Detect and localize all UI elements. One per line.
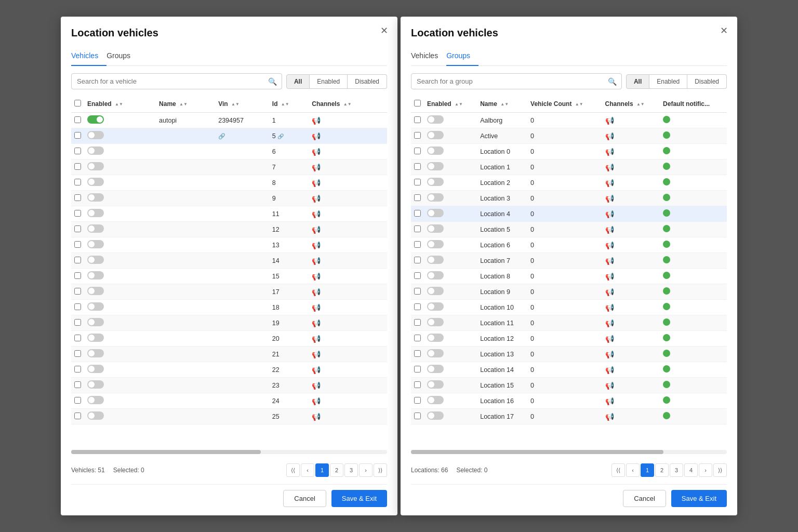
- row-enabled[interactable]: [424, 113, 477, 128]
- row-checkbox[interactable]: [411, 128, 424, 144]
- row-checkbox[interactable]: [411, 284, 424, 300]
- row-channels[interactable]: 📢: [309, 362, 387, 378]
- row-channels[interactable]: 📢: [309, 113, 387, 128]
- row-channels[interactable]: 📢: [309, 347, 387, 362]
- row-default-notific[interactable]: [660, 409, 727, 424]
- row-checkbox[interactable]: [71, 113, 84, 128]
- row-enabled[interactable]: [424, 300, 477, 315]
- right-scrollbar[interactable]: [411, 450, 727, 454]
- row-channels[interactable]: 📢: [309, 378, 387, 393]
- row-enabled[interactable]: [84, 206, 156, 222]
- row-checkbox[interactable]: [71, 191, 84, 206]
- row-channels[interactable]: 📢: [602, 237, 660, 253]
- row-checkbox[interactable]: [71, 393, 84, 409]
- group-search-input[interactable]: [411, 73, 622, 89]
- row-enabled[interactable]: [424, 362, 477, 378]
- row-checkbox[interactable]: [71, 284, 84, 300]
- row-default-notific[interactable]: [660, 206, 727, 222]
- row-default-notific[interactable]: [660, 222, 727, 237]
- row-default-notific[interactable]: [660, 284, 727, 300]
- row-default-notific[interactable]: [660, 253, 727, 269]
- col-channels-left[interactable]: Channels ▲▼: [309, 96, 387, 113]
- row-enabled[interactable]: [84, 191, 156, 206]
- row-checkbox[interactable]: [411, 315, 424, 331]
- row-channels[interactable]: 📢: [309, 409, 387, 424]
- row-checkbox[interactable]: [71, 222, 84, 237]
- col-vin-left[interactable]: Vin ▲▼: [215, 96, 269, 113]
- row-checkbox[interactable]: [71, 331, 84, 347]
- row-enabled[interactable]: [84, 284, 156, 300]
- row-enabled[interactable]: [424, 237, 477, 253]
- right-cancel-button[interactable]: Cancel: [623, 490, 666, 507]
- row-enabled[interactable]: [424, 347, 477, 362]
- row-channels[interactable]: 📢: [602, 300, 660, 315]
- row-default-notific[interactable]: [660, 128, 727, 144]
- row-channels[interactable]: 📢: [602, 362, 660, 378]
- row-checkbox[interactable]: [411, 378, 424, 393]
- row-checkbox[interactable]: [411, 175, 424, 191]
- row-channels[interactable]: 📢: [602, 206, 660, 222]
- row-checkbox[interactable]: [411, 362, 424, 378]
- row-default-notific[interactable]: [660, 144, 727, 159]
- row-channels[interactable]: 📢: [309, 128, 387, 144]
- row-channels[interactable]: 📢: [309, 331, 387, 347]
- page-prev-left[interactable]: ‹: [301, 463, 314, 477]
- row-checkbox[interactable]: [411, 409, 424, 424]
- left-scrollbar[interactable]: [71, 450, 387, 454]
- row-channels[interactable]: 📢: [309, 253, 387, 269]
- row-channels[interactable]: 📢: [309, 222, 387, 237]
- row-channels[interactable]: 📢: [602, 191, 660, 206]
- row-checkbox[interactable]: [71, 378, 84, 393]
- row-default-notific[interactable]: [660, 191, 727, 206]
- row-checkbox[interactable]: [71, 159, 84, 175]
- row-checkbox[interactable]: [411, 269, 424, 284]
- row-enabled[interactable]: [84, 269, 156, 284]
- row-enabled[interactable]: [424, 128, 477, 144]
- row-checkbox[interactable]: [71, 206, 84, 222]
- col-id-left[interactable]: Id ▲▼: [269, 96, 309, 113]
- row-enabled[interactable]: [424, 269, 477, 284]
- row-enabled[interactable]: [84, 315, 156, 331]
- page-1-left[interactable]: 1: [315, 463, 329, 477]
- row-default-notific[interactable]: [660, 393, 727, 409]
- row-checkbox[interactable]: [411, 159, 424, 175]
- row-checkbox[interactable]: [411, 222, 424, 237]
- row-checkbox[interactable]: [411, 113, 424, 128]
- filter-disabled-left[interactable]: Disabled: [348, 74, 387, 89]
- row-checkbox[interactable]: [411, 206, 424, 222]
- row-channels[interactable]: 📢: [602, 393, 660, 409]
- row-channels[interactable]: 📢: [309, 284, 387, 300]
- row-channels[interactable]: 📢: [602, 128, 660, 144]
- row-enabled[interactable]: [84, 253, 156, 269]
- row-default-notific[interactable]: [660, 378, 727, 393]
- row-channels[interactable]: 📢: [602, 269, 660, 284]
- row-default-notific[interactable]: [660, 113, 727, 128]
- page-last-left[interactable]: ⟩⟩: [374, 463, 387, 477]
- row-channels[interactable]: 📢: [309, 269, 387, 284]
- row-channels[interactable]: 📢: [309, 300, 387, 315]
- row-enabled[interactable]: [84, 409, 156, 424]
- left-cancel-button[interactable]: Cancel: [283, 490, 326, 507]
- row-default-notific[interactable]: [660, 331, 727, 347]
- left-close-button[interactable]: ✕: [380, 26, 388, 35]
- row-checkbox[interactable]: [71, 315, 84, 331]
- row-checkbox[interactable]: [71, 253, 84, 269]
- tab-vehicles-right[interactable]: Vehicles: [411, 47, 446, 66]
- page-first-right[interactable]: ⟨⟨: [611, 463, 625, 477]
- row-checkbox[interactable]: [71, 237, 84, 253]
- page-prev-right[interactable]: ‹: [626, 463, 640, 477]
- row-enabled[interactable]: [84, 175, 156, 191]
- row-checkbox[interactable]: [71, 128, 84, 144]
- row-default-notific[interactable]: [660, 300, 727, 315]
- col-name-left[interactable]: Name ▲▼: [156, 96, 215, 113]
- row-enabled[interactable]: [424, 378, 477, 393]
- vehicle-search-input[interactable]: [71, 73, 282, 89]
- row-default-notific[interactable]: [660, 159, 727, 175]
- col-enabled-right[interactable]: Enabled ▲▼: [424, 96, 477, 113]
- col-select-all-left[interactable]: [71, 96, 84, 113]
- row-checkbox[interactable]: [71, 409, 84, 424]
- row-checkbox[interactable]: [411, 347, 424, 362]
- row-checkbox[interactable]: [411, 237, 424, 253]
- row-channels[interactable]: 📢: [602, 378, 660, 393]
- row-enabled[interactable]: [424, 315, 477, 331]
